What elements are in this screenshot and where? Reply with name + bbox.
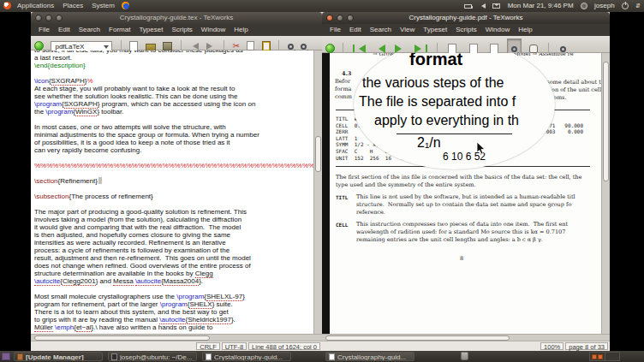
window-title: Crystallography-guide.pdf - TeXworks xyxy=(409,14,523,21)
pdf-vertical-scrollbar[interactable] xyxy=(601,53,610,334)
scrollbar-thumb[interactable] xyxy=(315,136,321,172)
pdf-paragraph: This line is not used by the software, b… xyxy=(356,193,575,200)
separator xyxy=(343,43,343,54)
battery-icon[interactable] xyxy=(464,4,472,9)
typeset-button[interactable] xyxy=(34,41,44,50)
pdf-statusbar: page 8 of 33 100% xyxy=(322,341,610,351)
menu-item-search[interactable]: Search xyxy=(366,24,396,36)
undo-icon[interactable] xyxy=(189,43,199,50)
minimize-button[interactable] xyxy=(337,15,343,21)
titl-label: TITL xyxy=(336,194,348,200)
code-line: to grips with it are by reading the manu… xyxy=(34,316,313,323)
code-line: minimal adjustments to the space group o… xyxy=(34,131,313,139)
find-icon[interactable] xyxy=(288,44,294,50)
close-button[interactable] xyxy=(326,15,333,21)
menu-item-edit[interactable]: Edit xyxy=(54,24,75,36)
pdf-titlebar[interactable]: Crystallography-guide.pdf - TeXworks xyxy=(322,12,610,24)
code-line: \program{SXGRAPH} program, which can be … xyxy=(34,100,313,108)
maximize-button[interactable] xyxy=(347,15,354,21)
window-list-icon[interactable] xyxy=(2,353,10,360)
editor-vertical-scrollbar[interactable] xyxy=(313,50,322,334)
mail-indicator-icon[interactable] xyxy=(492,3,500,9)
menu-item-format[interactable]: Format xyxy=(104,24,134,36)
save-file-icon[interactable] xyxy=(163,42,172,50)
menu-item-help[interactable]: Help xyxy=(514,24,536,36)
distributor-logo-icon[interactable] xyxy=(3,2,11,9)
pdf-text-fragment: forma xyxy=(335,86,351,92)
menu-item-help[interactable]: Help xyxy=(230,24,252,36)
maximize-button[interactable] xyxy=(56,15,63,21)
tex-editor-window: Crystallography-guide.tex - TeXworks Fil… xyxy=(31,12,322,351)
redo-icon[interactable] xyxy=(206,43,216,50)
code-line: it would give and comparing that with th… xyxy=(34,223,313,231)
taskbar-item-tex-document[interactable]: Crystallography-guid... xyxy=(202,352,291,361)
user-avatar-icon[interactable] xyxy=(581,3,587,9)
menu-applications[interactable]: Applications xyxy=(13,0,58,12)
power-icon[interactable] xyxy=(622,3,629,9)
section-number: 4.3 xyxy=(342,70,351,77)
menu-item-view[interactable]: View xyxy=(396,24,419,36)
pdf-preview-window: Crystallography-guide.pdf - TeXworks Fil… xyxy=(322,12,610,351)
paste-icon[interactable] xyxy=(262,41,271,51)
workspace-2[interactable] xyxy=(605,353,620,360)
menu-system[interactable]: System xyxy=(87,0,119,12)
editor-horizontal-scrollbar[interactable] xyxy=(31,334,322,341)
scrollbar-thumb[interactable] xyxy=(603,62,609,181)
code-line: %%%%%%%%%%%%%%%%%%%%%%%%%%%%%%%%%%%%%%%%… xyxy=(34,162,313,169)
trash-icon[interactable] xyxy=(461,352,468,360)
menu-item-file[interactable]: File xyxy=(34,24,54,36)
menu-item-scripts[interactable]: Scripts xyxy=(451,24,480,36)
code-line xyxy=(34,200,313,208)
workspace-switcher[interactable] xyxy=(589,352,620,361)
menu-item-window[interactable]: Window xyxy=(481,24,514,36)
code-line: \subsection{The process of refinement} xyxy=(34,193,313,200)
engine-selector[interactable]: pdfLaTeX xyxy=(51,41,112,51)
menu-item-typeset[interactable]: Typeset xyxy=(419,24,451,36)
menu-places[interactable]: Places xyxy=(58,0,87,12)
source-editor[interactable]: to solve; if all else fails, you may wan… xyxy=(31,50,313,334)
code-line: structure determination are available in… xyxy=(34,270,313,277)
editor-statusbar: Line 488 of 1624; col 0 UTF-8 CRLF xyxy=(31,341,322,351)
close-button[interactable] xyxy=(35,15,42,21)
taskbar-item-terminal[interactable]: joseph@ubuntu: ~/De... xyxy=(108,352,197,361)
new-file-icon[interactable] xyxy=(129,41,138,51)
typeset-button[interactable] xyxy=(325,44,335,53)
menu-item-edit[interactable]: Edit xyxy=(345,24,366,36)
encoding-indicator[interactable]: UTF-8 xyxy=(222,342,247,350)
line-ending-indicator[interactable]: CRLF xyxy=(196,342,220,350)
copy-icon[interactable] xyxy=(247,41,254,50)
updown-arrows-icon[interactable]: ⇵ xyxy=(635,0,640,12)
code-line: is then adjusted, and hopefully comes cl… xyxy=(34,231,313,239)
pdf-viewport[interactable]: → Grow t nected, try Model → Assemble re… xyxy=(322,53,601,334)
code-line: At each stage, you will probably want to… xyxy=(34,85,313,92)
code-line: There is a lot to learn about this syste… xyxy=(34,308,313,316)
pdf-paragraph: type used and the symmetry of the entire… xyxy=(336,181,475,188)
menu-item-scripts[interactable]: Scripts xyxy=(167,24,196,36)
pdf-text-fragment: Befor xyxy=(335,78,350,85)
clock[interactable]: Mon Mar 21, 9:46 PM xyxy=(508,0,574,12)
code-line xyxy=(34,154,313,162)
cut-icon[interactable]: ✂ xyxy=(233,41,240,51)
code-line: Most small molecule crystallographers us… xyxy=(34,293,313,300)
code-line xyxy=(34,69,313,77)
taskbar-item-update-manager[interactable]: [Update Manager] xyxy=(14,352,103,361)
code-line: \section{Refinement} xyxy=(34,177,313,185)
menu-item-window[interactable]: Window xyxy=(197,24,230,36)
menu-item-typeset[interactable]: Typeset xyxy=(134,24,167,36)
menu-item-file[interactable]: File xyxy=(325,24,345,36)
menu-item-search[interactable]: Search xyxy=(75,24,104,36)
volume-icon[interactable] xyxy=(479,3,486,9)
system-tray: Mon Mar 21, 9:46 PM joseph ⇵ xyxy=(462,0,642,12)
firefox-icon[interactable] xyxy=(122,2,129,9)
code-line: see whether the solution looks realistic… xyxy=(34,92,313,100)
taskbar-item-pdf-document[interactable]: Crystallography-guid... xyxy=(325,352,414,361)
workspace-1[interactable] xyxy=(590,353,605,360)
pdf-horizontal-scrollbar[interactable] xyxy=(322,334,610,341)
user-menu[interactable]: joseph xyxy=(594,0,615,12)
replace-icon[interactable] xyxy=(301,44,307,50)
tex-toolbar: pdfLaTeX ✂ xyxy=(31,36,322,50)
code-line: process: a cycle of refinements is follo… xyxy=(34,246,313,254)
code-line: \end{description} xyxy=(34,62,313,69)
tex-titlebar[interactable]: Crystallography-guide.tex - TeXworks xyxy=(31,12,322,24)
minimize-button[interactable] xyxy=(45,15,52,21)
